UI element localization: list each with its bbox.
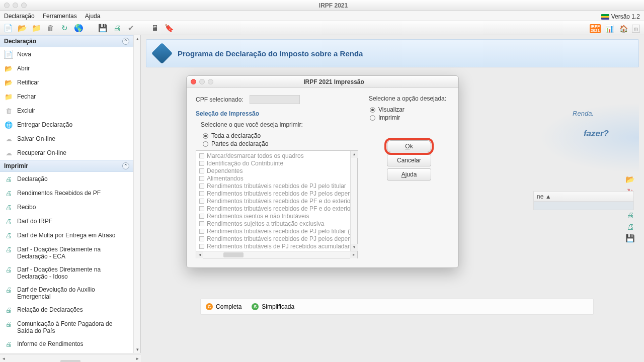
window-traffic-lights[interactable] (4, 3, 27, 8)
sidebar-item[interactable]: 🗑Excluir (0, 104, 133, 118)
chevron-up-icon[interactable]: ⌃ (122, 162, 129, 169)
toolbar-reload-icon[interactable]: ↻ (59, 23, 69, 33)
list-item[interactable]: Rendimentos sujeitos a tributação exclus… (196, 220, 350, 227)
checkbox-icon (199, 244, 204, 249)
table-column-header[interactable]: ne ▲ (533, 191, 634, 202)
list-item[interactable]: Rendimentos tributáveis recebidos de PF … (196, 205, 350, 212)
list-item[interactable]: Rendimentos tributáveis recebidos de PJ … (196, 190, 350, 197)
list-item[interactable]: Identificação do Contribuinte (196, 159, 350, 167)
sidebar-item[interactable]: 📂Retificar (0, 75, 133, 89)
checkbox-icon (199, 214, 204, 219)
listbox-vscrollbar[interactable]: ▴▾ (350, 151, 357, 251)
ok-button[interactable]: Ok (387, 140, 431, 152)
radio-icon (203, 141, 208, 147)
home-icon[interactable]: 🏠 (618, 24, 629, 33)
list-item-label: Identificação do Contribuinte (207, 160, 283, 167)
menubar: Declaração Ferramentas Ajuda (0, 11, 644, 21)
sidebar-item-label: Retificar (17, 78, 39, 86)
sidebar-item[interactable]: 🖨Informe de Plano de Saúde (0, 351, 133, 353)
radio-toda-declaracao[interactable]: Toda a declaração (203, 132, 363, 139)
sidebar-item[interactable]: 🖨Comunicação à Fonte Pagadora de Saída d… (0, 317, 133, 337)
checkbox-icon (199, 153, 204, 158)
printer-icon: 🖨 (4, 231, 13, 240)
toolbar-trash-icon[interactable]: 🗑 (45, 23, 55, 33)
toolbar-tag-icon[interactable]: 🔖 (164, 23, 174, 33)
toolbar-calc-icon[interactable]: 🖩 (150, 23, 160, 33)
m-icon[interactable]: m (632, 25, 640, 33)
sidebar-group-imprimir[interactable]: Imprimir ⌃ (0, 160, 133, 172)
save-icon[interactable]: 💾 (625, 234, 635, 243)
list-item-label: Rendimentos tributáveis recebidos de PJ … (207, 190, 350, 197)
help-button[interactable]: Ajuda (387, 168, 431, 180)
toolbar-print-icon[interactable]: 🖨 (112, 23, 122, 33)
sidebar-item[interactable]: ☁Recuperar On-line (0, 146, 133, 160)
dialog-traffic-lights[interactable] (191, 79, 213, 84)
toolbar-open-icon[interactable]: 📂 (17, 23, 27, 33)
list-item[interactable]: Rendimentos isentos e não tributáveis (196, 212, 350, 220)
print-icon[interactable]: 🖨 (626, 211, 634, 219)
sidebar-item-label: Recibo (17, 203, 36, 211)
sidebar-item-label: Darf de Devolução do Auxílio Emergencial (17, 285, 129, 300)
radio-imprimir[interactable]: Imprimir (370, 114, 449, 121)
print-dialog: IRPF 2021 Impressão CPF selecionado: Sel… (186, 75, 459, 268)
list-item[interactable]: Marcar/desmarcar todos os quadros (196, 152, 350, 159)
version-label: Versão 1.2 (601, 13, 640, 20)
list-item[interactable]: Rendimentos tributáveis recebidos de PJ … (196, 182, 350, 190)
toolbar-new-icon[interactable]: 📄 (3, 23, 13, 33)
chevron-up-icon[interactable]: ⌃ (122, 38, 129, 45)
sidebar-item[interactable]: 🖨Relação de Declarações (0, 303, 133, 317)
sidebar-item[interactable]: 📄Nova (0, 47, 133, 61)
sidebar-item[interactable]: 🖨Darf do IRPF (0, 214, 133, 228)
toolbar-save-icon[interactable]: 💾 (98, 23, 108, 33)
list-item[interactable]: Alimentandos (196, 174, 350, 182)
sidebar-item[interactable]: 🖨Darf de Multa por Entrega em Atraso (0, 228, 133, 242)
irpf-badge-icon[interactable]: IRPF2021 (590, 24, 601, 33)
list-item[interactable]: Rendimentos tributáveis de PJ recebidos … (196, 242, 350, 250)
print-icon[interactable]: 🖨 (626, 222, 634, 231)
list-item[interactable]: Rendimentos tributáveis recebidos de PJ … (196, 235, 350, 242)
window-titlebar: IRPF 2021 (0, 0, 644, 11)
toolbar: 📄 📂 📁 🗑 ↻ 🌎 💾 🖨 ✔ 🖩 🔖 (0, 21, 644, 35)
toolbar-check-icon[interactable]: ✔ (126, 23, 136, 33)
sidebar-item[interactable]: 🖨Darf de Devolução do Auxílio Emergencia… (0, 283, 133, 303)
sidebar-hscrollbar[interactable]: ◂▸ (0, 354, 141, 362)
sidebar-item[interactable]: 🖨Declaração (0, 172, 133, 186)
menu-declaracao[interactable]: Declaração (4, 13, 35, 20)
sidebar-item[interactable]: 🖨Darf - Doações Diretamente na Declaraçã… (0, 242, 133, 262)
sidebar-item[interactable]: 🌐Entregar Declaração (0, 118, 133, 132)
sidebar-item-label: Darf de Multa por Entrega em Atraso (17, 231, 115, 239)
toolbar-folder-icon[interactable]: 📁 (31, 23, 41, 33)
list-item[interactable]: Rendimentos tributáveis recebidos de PJ … (196, 227, 350, 235)
footer-options: CCompleta SSimplificada (200, 299, 594, 315)
folder-open-icon[interactable]: 📂 (625, 175, 635, 184)
list-item[interactable]: Dependentes (196, 167, 350, 174)
sidebar-item[interactable]: 🖨Recibo (0, 200, 133, 214)
sidebar-group-declaracao[interactable]: Declaração ⌃ (0, 35, 133, 47)
menu-ferramentas[interactable]: Ferramentas (43, 13, 77, 20)
sidebar-item-label: Rendimentos Recebidos de PF (17, 189, 101, 197)
chart-icon[interactable]: 📊 (604, 24, 615, 33)
list-item-label: Dependentes (207, 167, 243, 174)
checkbox-icon (199, 199, 204, 204)
table-row[interactable] (533, 201, 634, 210)
radio-partes-declaracao[interactable]: Partes da declaração (203, 140, 363, 147)
bg-text: Renda. (573, 110, 594, 117)
toolbar-globe-icon[interactable]: 🌎 (73, 23, 84, 33)
sidebar-item[interactable]: ☁Salvar On-line (0, 132, 133, 146)
menu-ajuda[interactable]: Ajuda (85, 13, 101, 20)
list-item[interactable]: Rendimentos tributáveis recebidos de PF … (196, 197, 350, 205)
sidebar-item-label: Relação de Declarações (17, 305, 83, 313)
list-item-label: Marcar/desmarcar todos os quadros (207, 152, 304, 159)
cancel-button[interactable]: Cancelar (387, 154, 431, 166)
radio-visualizar[interactable]: Visualizar (370, 106, 449, 113)
sidebar-item-label: Darf do IRPF (17, 217, 52, 225)
sidebar-item[interactable]: 🖨Informe de Rendimentos (0, 337, 133, 351)
sidebar-item[interactable]: 🖨Rendimentos Recebidos de PF (0, 186, 133, 200)
cloud-icon: ☁ (4, 148, 13, 157)
sidebar-item[interactable]: 🖨Darf - Doações Diretamente na Declaraçã… (0, 262, 133, 283)
printer-icon: 🖨 (4, 305, 13, 314)
sidebar-scrollbar[interactable]: ▴ ▾ (133, 35, 140, 353)
sidebar-item[interactable]: 📂Abrir (0, 61, 133, 75)
listbox-hscrollbar[interactable]: ◂▸ (196, 251, 357, 258)
sidebar-item[interactable]: 📁Fechar (0, 89, 133, 104)
